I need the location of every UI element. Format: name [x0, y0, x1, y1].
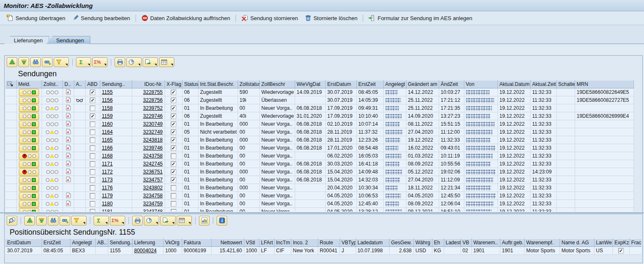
tab-sendungen[interactable]: Sendungen — [47, 36, 91, 44]
idoc-link[interactable]: 3234757 — [143, 177, 163, 183]
row-select[interactable] — [5, 176, 16, 184]
row-select[interactable] — [5, 88, 16, 96]
message-status-light-green[interactable] — [19, 176, 39, 184]
message-status-light-green[interactable] — [19, 145, 39, 152]
abd-checkbox[interactable] — [90, 145, 95, 151]
row-select[interactable] — [5, 152, 16, 160]
sendung-link[interactable]: 1166 — [102, 145, 113, 151]
xflag-checkbox[interactable] — [171, 169, 176, 175]
column-header-warenem[interactable]: Warenem.. — [471, 239, 500, 247]
abd-checkbox[interactable] — [90, 137, 95, 143]
abd-checkbox[interactable] — [90, 106, 95, 111]
row-select[interactable] — [5, 200, 16, 208]
abd-checkbox[interactable] — [90, 201, 95, 207]
row-select[interactable] — [5, 104, 16, 112]
xflag-checkbox[interactable] — [171, 129, 176, 135]
message-status-light-green[interactable] — [19, 160, 39, 168]
idoc-link[interactable]: 3243758 — [143, 153, 163, 159]
column-header-idoc[interactable]: IDoc-Nr. — [132, 80, 165, 88]
idoc-link[interactable]: 3239746 — [143, 145, 163, 151]
zollstatus-light-ok[interactable] — [46, 114, 58, 118]
row-select[interactable] — [5, 112, 16, 120]
message-status-light-green[interactable] — [19, 89, 39, 96]
column-header-lfart[interactable]: LFArt — [259, 239, 274, 247]
column-header-geaendert[interactable]: Geändert am — [406, 80, 439, 88]
column-header-wievlgdat[interactable]: WieVlgDat — [295, 80, 325, 88]
sendung-link[interactable]: 1168 — [102, 153, 113, 159]
column-header-view[interactable]: A.. — [74, 80, 85, 88]
views-button[interactable] — [126, 57, 141, 67]
xflag-checkbox[interactable] — [171, 153, 176, 159]
views-button[interactable] — [144, 216, 159, 225]
xflag-checkbox[interactable] — [171, 185, 176, 191]
zollstatus-light-warn[interactable] — [46, 178, 58, 182]
message-status-light-green[interactable] — [19, 105, 39, 112]
sort-ascending-button[interactable] — [7, 57, 17, 67]
subtotals-button[interactable]: Σ% — [110, 216, 125, 225]
pdf-document-icon[interactable]: A — [65, 104, 72, 111]
row-select[interactable] — [5, 192, 16, 200]
message-status-light-green[interactable] — [19, 137, 39, 144]
zollstatus-light-warn[interactable] — [46, 146, 58, 150]
pdf-document-icon[interactable]: A — [65, 128, 72, 135]
sendung-link[interactable]: 1158 — [102, 105, 113, 111]
filter-button[interactable] — [71, 216, 86, 225]
toolbar-button-cancel-doc[interactable]: Sendung stornieren — [238, 13, 301, 23]
row-select[interactable] — [5, 184, 16, 192]
idoc-link[interactable]: 3242745 — [143, 161, 163, 167]
column-header-vb[interactable]: VB — [461, 239, 471, 247]
zollstatus-light-warn[interactable] — [46, 202, 58, 206]
zollstatus-light-warn[interactable] — [46, 162, 58, 166]
pdf-document-icon[interactable]: A — [65, 144, 72, 151]
abd-checkbox[interactable] — [90, 153, 95, 159]
zollstatus-light-ok[interactable] — [46, 210, 58, 212]
layout-button[interactable] — [159, 57, 174, 67]
zollstatus-light-ok[interactable] — [46, 170, 58, 174]
xflag-checkbox[interactable] — [171, 209, 176, 212]
zollstatus-light-ok[interactable] — [46, 98, 58, 102]
column-header-angelegt[interactable]: Angelegt — [383, 80, 406, 88]
xflag-checkbox[interactable] — [171, 137, 176, 143]
xflag-checkbox[interactable] — [171, 177, 176, 183]
toolbar-button-refresh-forbidden[interactable]: Daten Zollabwicklung auffrischen — [138, 13, 234, 23]
abd-checkbox[interactable] — [90, 90, 95, 95]
column-header-frachtbr[interactable]: Frachtbr. — [629, 239, 641, 247]
message-status-light-green[interactable] — [19, 97, 39, 104]
sort-descending-button[interactable] — [36, 216, 47, 225]
row-select[interactable] — [5, 120, 16, 128]
find-next-button[interactable] — [42, 57, 52, 67]
row-select[interactable] — [5, 208, 16, 212]
message-status-light-green[interactable] — [19, 208, 39, 212]
column-header-nameag[interactable]: Name d. AG — [560, 239, 594, 247]
sum-button[interactable]: Σ — [94, 216, 109, 225]
pdf-document-icon[interactable]: A — [65, 88, 72, 95]
toolbar-button-transfer-doc[interactable]: Sendung übertragen — [3, 13, 69, 23]
export-button[interactable] — [143, 57, 158, 67]
export-button[interactable] — [160, 216, 175, 225]
column-header-doc[interactable]: D.. — [63, 80, 74, 88]
sendung-link[interactable]: 1172 — [102, 169, 113, 175]
column-header-gesgew[interactable]: GesGew. — [389, 239, 414, 247]
zollstatus-light-warn[interactable] — [46, 106, 58, 110]
idoc-link[interactable]: 3236751 — [143, 169, 163, 175]
toolbar-button-trash[interactable]: Stornierte löschen — [301, 13, 361, 23]
pdf-document-icon[interactable]: A — [65, 136, 72, 143]
zollstatus-light-ok[interactable] — [46, 138, 58, 142]
pdf-document-icon[interactable]: A — [65, 152, 72, 159]
xflag-checkbox[interactable] — [171, 90, 176, 95]
abd-checkbox[interactable] — [90, 185, 95, 191]
column-header-status[interactable]: Status — [182, 80, 198, 88]
idoc-link[interactable]: 3243748 — [143, 209, 163, 212]
pdf-document-icon[interactable]: A — [65, 192, 72, 199]
message-status-light-green[interactable] — [19, 184, 39, 192]
abd-checkbox[interactable] — [90, 177, 95, 183]
sendung-link[interactable]: 1171 — [102, 161, 113, 167]
xflag-checkbox[interactable] — [171, 106, 176, 111]
column-header-sendung[interactable]: Sendung.. — [100, 80, 132, 88]
column-header-beschr[interactable]: Int.Stat.Beschr. — [198, 80, 238, 88]
xflag-checkbox[interactable] — [171, 98, 176, 103]
message-status-light-green[interactable] — [19, 113, 39, 120]
abd-checkbox[interactable] — [90, 169, 95, 175]
sort-descending-button[interactable] — [18, 57, 29, 67]
column-header-ladest[interactable]: Ladest — [444, 239, 461, 247]
